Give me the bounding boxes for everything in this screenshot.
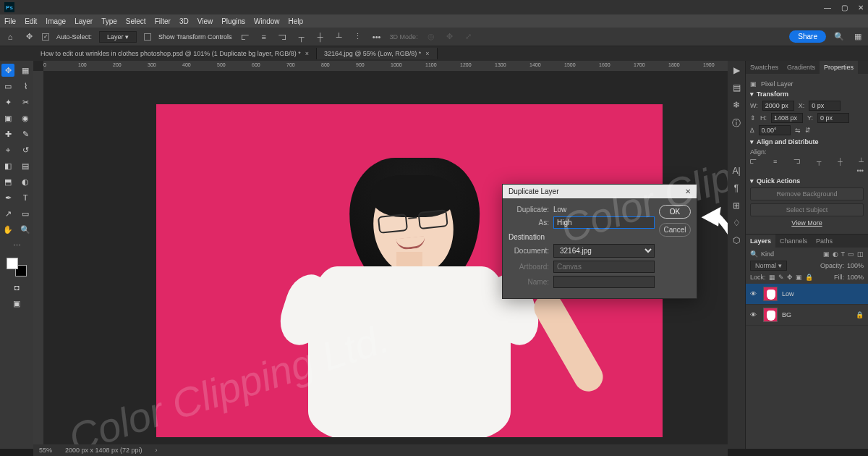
menu-file[interactable]: File [4, 17, 16, 25]
align-center-h-icon[interactable]: ≡ [258, 31, 270, 43]
menu-help[interactable]: Help [289, 17, 304, 25]
menu-image[interactable]: Image [46, 17, 66, 25]
zoom-value[interactable]: 55% [39, 447, 52, 454]
move-tool[interactable]: ✥ [1, 64, 14, 77]
menu-plugins[interactable]: Plugins [221, 17, 245, 25]
filter-pixel-icon[interactable]: ▣ [823, 250, 830, 258]
canvas-area[interactable]: 0100200300400500600700800900100011001200… [33, 61, 728, 449]
menu-type[interactable]: Type [101, 17, 117, 25]
brush-tool[interactable]: ✎ [19, 127, 32, 140]
move-tool-icon[interactable]: ✥ [23, 31, 35, 43]
align-b-icon[interactable]: ┴ [859, 158, 864, 165]
filter-kind-icon[interactable]: 🔍 [750, 250, 758, 258]
history-panel-icon[interactable]: ▶ [733, 65, 740, 75]
tab-close-icon[interactable]: × [305, 50, 309, 57]
auto-select-dropdown[interactable]: Layer ▾ [99, 31, 137, 43]
document-tab[interactable]: 32164.jpg @ 55% (Low, RGB/8) *× [317, 48, 437, 59]
frame-tool[interactable]: ▣ [1, 111, 14, 124]
align-l-icon[interactable]: ⫍ [750, 158, 757, 165]
eraser-tool[interactable]: ◧ [1, 159, 14, 172]
y-input[interactable] [817, 113, 849, 123]
character-panel-icon[interactable]: A| [732, 166, 740, 176]
filter-type-icon[interactable]: T [841, 250, 846, 258]
info-panel-icon[interactable]: ⓘ [732, 117, 741, 130]
document-select[interactable]: 32164.jpg [553, 244, 655, 258]
align-cv-icon[interactable]: ┼ [838, 158, 842, 165]
menu-edit[interactable]: Edit [25, 17, 37, 25]
styles-panel-icon[interactable]: ♢ [733, 218, 741, 228]
history-brush-tool[interactable]: ↺ [19, 143, 32, 156]
w-input[interactable] [762, 101, 794, 111]
layer-visibility-icon[interactable]: 👁 [750, 311, 759, 318]
blend-mode-dropdown[interactable]: Normal ▾ [750, 261, 787, 271]
swatches-tab[interactable]: Swatches [746, 61, 783, 74]
align-ch-icon[interactable]: ≡ [773, 158, 777, 165]
qa-toggle-icon[interactable]: ▾ [750, 177, 754, 185]
channels-tab[interactable]: Channels [775, 235, 812, 248]
menu-view[interactable]: View [197, 17, 213, 25]
more-align-icon[interactable]: ••• [857, 167, 864, 174]
shape-tool[interactable]: ▭ [19, 207, 32, 220]
fill-value[interactable]: 100% [847, 274, 864, 281]
as-input[interactable] [553, 216, 655, 229]
view-more-link[interactable]: View More [750, 219, 864, 227]
quick-select-tool[interactable]: ✦ [1, 96, 14, 109]
path-tool[interactable]: ↗ [1, 207, 14, 220]
edit-toolbar[interactable]: ⋯ [10, 239, 23, 252]
paths-tab[interactable]: Paths [812, 235, 837, 248]
align-right-icon[interactable]: ⫎ [277, 31, 289, 43]
properties-tab[interactable]: Properties [820, 61, 858, 74]
align-toggle-icon[interactable]: ▾ [750, 138, 754, 145]
gradient-tool[interactable]: ▤ [19, 159, 32, 172]
align-center-v-icon[interactable]: ┼ [315, 31, 326, 43]
angle-input[interactable] [759, 125, 791, 135]
show-transform-checkbox[interactable] [144, 33, 151, 41]
lock-transparent-icon[interactable]: ▦ [769, 274, 775, 281]
pen-tool[interactable]: ✒ [1, 191, 14, 204]
filter-smart-icon[interactable]: ◫ [857, 250, 864, 258]
search-icon[interactable]: 🔍 [833, 31, 845, 43]
hand-tool[interactable]: ✋ [1, 223, 14, 236]
dodge-tool[interactable]: ◐ [19, 175, 32, 188]
type-tool[interactable]: T [19, 191, 32, 204]
align-t-icon[interactable]: ┬ [817, 158, 821, 165]
menu-3d[interactable]: 3D [179, 17, 189, 25]
status-more-icon[interactable]: › [156, 447, 158, 454]
eyedropper-tool[interactable]: ◉ [19, 111, 32, 124]
flip-v-icon[interactable]: ⇵ [805, 127, 811, 134]
h-input[interactable] [771, 113, 803, 123]
align-top-icon[interactable]: ┬ [296, 31, 307, 43]
window-maximize-icon[interactable]: ▢ [841, 4, 848, 12]
lock-pixels-icon[interactable]: ✎ [778, 274, 784, 281]
menu-filter[interactable]: Filter [155, 17, 171, 25]
blur-tool[interactable]: ⬒ [1, 175, 14, 188]
lock-all-icon[interactable]: 🔒 [805, 274, 813, 281]
select-subject-button[interactable]: Select Subject [750, 203, 864, 216]
align-r-icon[interactable]: ⫎ [793, 158, 800, 165]
align-bottom-icon[interactable]: ┴ [333, 31, 345, 43]
home-icon[interactable]: ⌂ [4, 31, 16, 43]
link-wh-icon[interactable]: ⇕ [750, 114, 756, 122]
window-minimize-icon[interactable]: — [824, 4, 831, 12]
stamp-tool[interactable]: ⌖ [1, 143, 14, 156]
ok-button[interactable]: OK [659, 205, 691, 219]
workspace-icon[interactable]: ▦ [852, 31, 864, 43]
lock-position-icon[interactable]: ✥ [787, 274, 793, 281]
glyphs-panel-icon[interactable]: ⊞ [733, 200, 740, 211]
color-panel-icon[interactable]: ▤ [733, 83, 741, 93]
healing-tool[interactable]: ✚ [1, 127, 14, 140]
tab-close-icon[interactable]: × [425, 50, 429, 57]
lock-artboard-icon[interactable]: ▣ [796, 274, 802, 281]
align-left-icon[interactable]: ⫍ [239, 31, 251, 43]
lasso-tool[interactable]: ⌇ [19, 80, 32, 93]
screenmode-tool[interactable]: ▣ [10, 297, 23, 310]
cancel-button[interactable]: Cancel [659, 223, 691, 237]
color-swatches[interactable] [7, 258, 27, 276]
libraries-panel-icon[interactable]: ❄ [733, 100, 740, 110]
document-tab[interactable]: How to edit out wrinkles in clothes phot… [33, 48, 317, 59]
x-input[interactable] [809, 101, 841, 111]
artboard-tool[interactable]: ▦ [19, 64, 32, 77]
filter-adjust-icon[interactable]: ◐ [833, 250, 838, 258]
menu-layer[interactable]: Layer [75, 17, 93, 25]
transform-toggle-icon[interactable]: ▾ [750, 90, 754, 98]
